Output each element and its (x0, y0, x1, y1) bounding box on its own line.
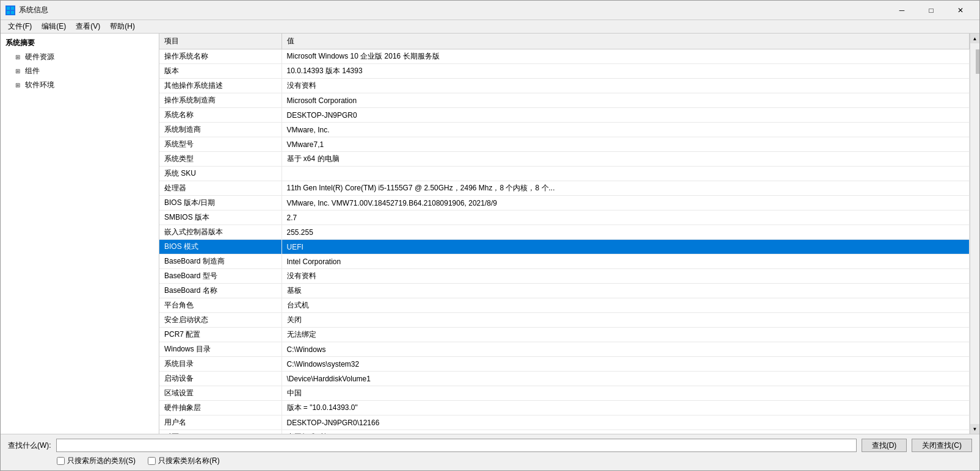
table-row[interactable]: Windows 目录C:\Windows (159, 342, 970, 357)
cell-item: 操作系统名称 (159, 49, 281, 64)
sidebar-item-label: 软件环境 (25, 80, 54, 90)
checkbox1-label[interactable]: 只搜索所选的类别(S) (57, 456, 136, 466)
scroll-thumb[interactable] (976, 49, 980, 74)
svg-rect-2 (7, 11, 10, 14)
table-row[interactable]: 操作系统名称Microsoft Windows 10 企业版 2016 长期服务… (159, 49, 970, 64)
table-row[interactable]: BIOS 版本/日期VMware, Inc. VMW71.00V.1845271… (159, 196, 970, 210)
close-button[interactable]: ✕ (946, 1, 975, 20)
menu-file[interactable]: 文件(F) (3, 20, 37, 33)
table-row[interactable]: 系统目录C:\Windows\system32 (159, 357, 970, 372)
col-item: 项目 (159, 34, 281, 49)
cell-item: BIOS 版本/日期 (159, 196, 281, 210)
cell-item: 嵌入式控制器版本 (159, 225, 281, 240)
search-label: 查找什么(W): (8, 440, 51, 451)
cell-value: DESKTOP-JN9PGR0 (281, 108, 970, 123)
cell-item: 系统型号 (159, 137, 281, 152)
expand-icon: ⊞ (15, 68, 23, 74)
cell-value: 基于 x64 的电脑 (281, 152, 970, 167)
cell-item: 处理器 (159, 181, 281, 196)
svg-rect-1 (11, 7, 14, 10)
cell-value: VMware7,1 (281, 137, 970, 152)
cell-item: PCR7 配置 (159, 328, 281, 342)
cell-item: 安全启动状态 (159, 313, 281, 328)
table-row[interactable]: 系统类型基于 x64 的电脑 (159, 152, 970, 167)
search-input[interactable] (56, 439, 857, 452)
expand-icon: ⊞ (15, 82, 23, 88)
cell-value: Intel Corporation (281, 254, 970, 269)
sidebar-item-software[interactable]: ⊞ 软件环境 (1, 78, 159, 92)
sidebar-item-label: 系统摘要 (5, 38, 35, 48)
cell-value: 台式机 (281, 298, 970, 313)
checkbox1[interactable] (57, 457, 65, 465)
find-button[interactable]: 查找(D) (862, 439, 907, 452)
title-bar: 系统信息 ─ □ ✕ (1, 1, 979, 20)
table-row[interactable]: BaseBoard 制造商Intel Corporation (159, 254, 970, 269)
sidebar-item-hardware[interactable]: ⊞ 硬件资源 (1, 50, 159, 64)
table-row[interactable]: 安全启动状态关闭 (159, 313, 970, 328)
table-row[interactable]: 硬件抽象层版本 = "10.0.14393.0" (159, 401, 970, 415)
cell-item: 启动设备 (159, 372, 281, 386)
table-row[interactable]: 处理器11th Gen Intel(R) Core(TM) i5-1155G7 … (159, 181, 970, 196)
table-row[interactable]: 系统名称DESKTOP-JN9PGR0 (159, 108, 970, 123)
app-icon (5, 5, 15, 15)
minimize-button[interactable]: ─ (888, 1, 916, 20)
checkbox-row: 只搜索所选的类别(S) 只搜索类别名称(R) (8, 456, 972, 466)
sidebar-item-components[interactable]: ⊞ 组件 (1, 64, 159, 78)
cell-item: SMBIOS 版本 (159, 210, 281, 225)
cell-value: 没有资料 (281, 79, 970, 93)
checkbox2[interactable] (148, 457, 156, 465)
cell-value (281, 167, 970, 181)
table-row[interactable]: BIOS 模式UEFI (159, 240, 970, 254)
cell-item: 平台角色 (159, 298, 281, 313)
cell-value: UEFI (281, 240, 970, 254)
cell-item: BIOS 模式 (159, 240, 281, 254)
sidebar-item-label: 硬件资源 (25, 52, 54, 62)
table-row[interactable]: BaseBoard 型号没有资料 (159, 269, 970, 284)
table-row[interactable]: 区域设置中国 (159, 386, 970, 401)
table-container[interactable]: 项目 值 操作系统名称Microsoft Windows 10 企业版 2016… (159, 34, 970, 434)
cell-value: DESKTOP-JN9PGR0\12166 (281, 415, 970, 430)
menu-edit[interactable]: 编辑(E) (37, 20, 71, 33)
table-row[interactable]: 用户名DESKTOP-JN9PGR0\12166 (159, 415, 970, 430)
cell-item: 操作系统制造商 (159, 93, 281, 108)
cell-value: 没有资料 (281, 269, 970, 284)
bottom-bar: 查找什么(W): 查找(D) 关闭查找(C) 只搜索所选的类别(S) 只搜索类别… (1, 434, 979, 470)
table-row[interactable]: 操作系统制造商Microsoft Corporation (159, 93, 970, 108)
table-row[interactable]: PCR7 配置无法绑定 (159, 328, 970, 342)
table-row[interactable]: 版本10.0.14393 版本 14393 (159, 64, 970, 79)
table-row[interactable]: 系统型号VMware7,1 (159, 137, 970, 152)
table-row[interactable]: 平台角色台式机 (159, 298, 970, 313)
menu-view[interactable]: 查看(V) (71, 20, 105, 33)
cell-item: BaseBoard 名称 (159, 284, 281, 298)
table-row[interactable]: 启动设备\Device\HarddiskVolume1 (159, 372, 970, 386)
cell-item: 其他操作系统描述 (159, 79, 281, 93)
sidebar: 系统摘要 ⊞ 硬件资源 ⊞ 组件 ⊞ 软件环境 (1, 34, 159, 434)
svg-rect-0 (7, 7, 10, 10)
info-table: 项目 值 操作系统名称Microsoft Windows 10 企业版 2016… (159, 34, 970, 434)
table-row[interactable]: BaseBoard 名称基板 (159, 284, 970, 298)
close-find-button[interactable]: 关闭查找(C) (912, 439, 972, 452)
menu-help[interactable]: 帮助(H) (105, 20, 140, 33)
maximize-button[interactable]: □ (917, 1, 945, 20)
sidebar-item-label: 组件 (25, 66, 40, 76)
cell-value: \Device\HarddiskVolume1 (281, 372, 970, 386)
sidebar-item-system-summary[interactable]: 系统摘要 (1, 36, 159, 50)
cell-item: 用户名 (159, 415, 281, 430)
window-title: 系统信息 (19, 5, 48, 15)
title-bar-left: 系统信息 (5, 5, 48, 15)
cell-item: 区域设置 (159, 386, 281, 401)
scroll-up-btn[interactable]: ▲ (970, 34, 980, 43)
cell-value: 中国 (281, 386, 970, 401)
table-row[interactable]: 系统制造商VMware, Inc. (159, 123, 970, 137)
scrollbar-area[interactable]: ▲ ▼ (970, 34, 979, 434)
menu-bar: 文件(F) 编辑(E) 查看(V) 帮助(H) (1, 20, 979, 34)
checkbox2-label[interactable]: 只搜索类别名称(R) (148, 456, 220, 466)
scroll-down-btn[interactable]: ▼ (970, 424, 980, 434)
cell-value: 无法绑定 (281, 328, 970, 342)
table-row[interactable]: 系统 SKU (159, 167, 970, 181)
table-row[interactable]: 其他操作系统描述没有资料 (159, 79, 970, 93)
table-row[interactable]: SMBIOS 版本2.7 (159, 210, 970, 225)
cell-value: Microsoft Windows 10 企业版 2016 长期服务版 (281, 49, 970, 64)
content-area: 系统摘要 ⊞ 硬件资源 ⊞ 组件 ⊞ 软件环境 项目 (1, 34, 979, 434)
table-row[interactable]: 嵌入式控制器版本255.255 (159, 225, 970, 240)
